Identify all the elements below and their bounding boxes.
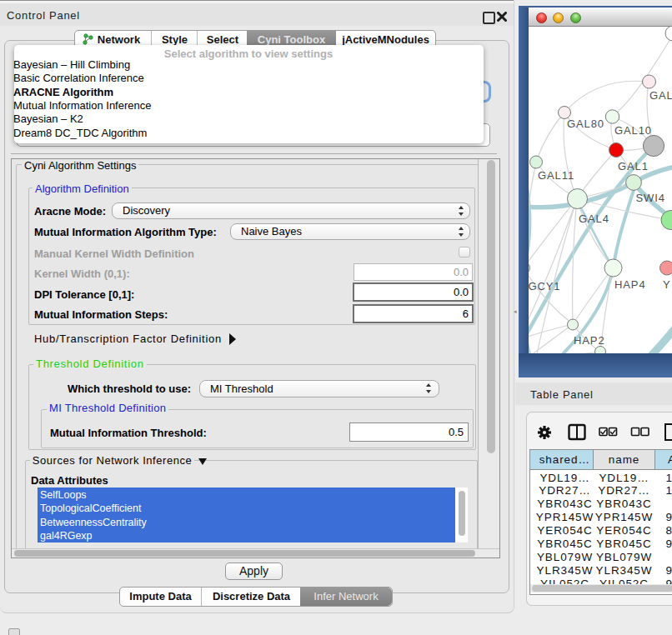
svg-text:GAL4: GAL4 <box>579 212 609 225</box>
svg-text:GCY1: GCY1 <box>529 280 561 292</box>
svg-text:GAL10: GAL10 <box>614 124 652 137</box>
svg-text:GAL80: GAL80 <box>567 118 604 130</box>
svg-text:HAP4: HAP4 <box>614 278 646 291</box>
svg-text:SWI4: SWI4 <box>636 192 665 204</box>
svg-text:HAP2: HAP2 <box>574 334 605 347</box>
svg-text:GAL: GAL <box>649 89 672 102</box>
svg-text:GAL1: GAL1 <box>618 160 649 172</box>
svg-text:Y: Y <box>663 278 671 291</box>
svg-text:GAL11: GAL11 <box>538 169 574 182</box>
